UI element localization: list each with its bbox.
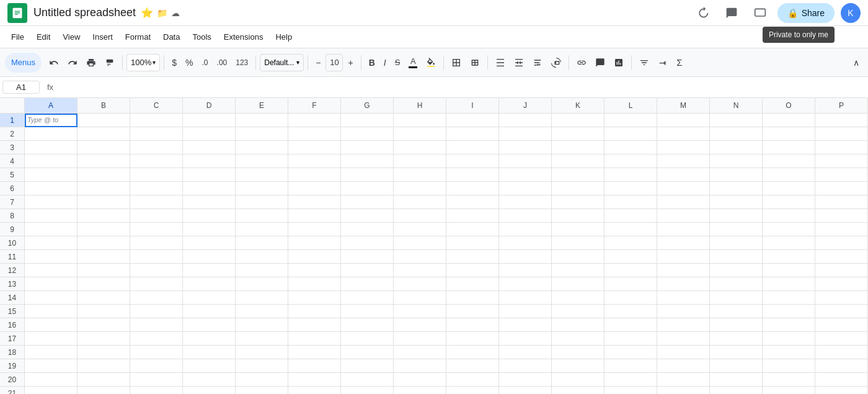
cloud-icon[interactable]: ☁ (171, 8, 180, 18)
format-123-button[interactable]: 123 (232, 53, 252, 73)
col-header-n[interactable]: N (710, 98, 763, 113)
row-num-19[interactable]: 19 (0, 359, 24, 373)
row-num-14[interactable]: 14 (0, 291, 24, 305)
cell-a1[interactable]: Type @ to insert (25, 114, 78, 127)
row-num-2[interactable]: 2 (0, 127, 24, 141)
menus-button[interactable]: Menus (5, 53, 42, 73)
toolbar-collapse-button[interactable]: ∧ (849, 53, 863, 73)
comments-button[interactable] (720, 2, 743, 24)
share-button[interactable]: 🔒 Share Private to only me (777, 3, 835, 23)
filter-button[interactable] (636, 53, 653, 73)
row-num-10[interactable]: 10 (0, 236, 24, 250)
bold-button[interactable]: B (365, 53, 379, 73)
col-header-f[interactable]: F (288, 98, 341, 113)
cell-j1[interactable] (499, 114, 552, 127)
cell-o1[interactable] (763, 114, 815, 127)
row-num-20[interactable]: 20 (0, 373, 24, 387)
row-num-1[interactable]: 1 (0, 114, 24, 127)
col-header-b[interactable]: B (78, 98, 130, 113)
row-num-15[interactable]: 15 (0, 305, 24, 318)
doc-title[interactable]: Untitled spreadsheet (33, 6, 136, 19)
cell-h1[interactable] (394, 114, 446, 127)
col-header-m[interactable]: M (657, 98, 710, 113)
row-num-3[interactable]: 3 (0, 141, 24, 154)
link-button[interactable] (573, 53, 590, 73)
chart-button[interactable] (610, 53, 627, 73)
font-size-minus-button[interactable]: − (312, 53, 324, 73)
row-num-16[interactable]: 16 (0, 318, 24, 332)
cell-ref-input[interactable] (2, 81, 40, 94)
cell-g1[interactable] (341, 114, 394, 127)
menu-data[interactable]: Data (157, 30, 186, 44)
row-num-9[interactable]: 9 (0, 223, 24, 236)
col-header-a[interactable]: A (25, 98, 78, 113)
folder-icon[interactable]: 📁 (157, 8, 167, 18)
formula-input[interactable] (58, 83, 866, 92)
menu-edit[interactable]: Edit (30, 30, 56, 44)
screenshare-button[interactable] (749, 2, 771, 24)
col-header-e[interactable]: E (236, 98, 288, 113)
menu-format[interactable]: Format (119, 30, 157, 44)
row-num-12[interactable]: 12 (0, 264, 24, 277)
col-header-d[interactable]: D (183, 98, 236, 113)
col-header-h[interactable]: H (394, 98, 446, 113)
font-size-plus-button[interactable]: + (344, 53, 356, 73)
font-family-select[interactable]: Default... ▾ (260, 54, 304, 71)
comment-button[interactable] (591, 53, 609, 73)
row-num-8[interactable]: 8 (0, 209, 24, 223)
row-num-17[interactable]: 17 (0, 332, 24, 346)
cell-p1[interactable] (815, 114, 868, 127)
col-header-g[interactable]: G (341, 98, 394, 113)
paint-format-button[interactable] (101, 53, 118, 73)
menu-tools[interactable]: Tools (186, 30, 217, 44)
row-num-4[interactable]: 4 (0, 154, 24, 168)
menu-insert[interactable]: Insert (86, 30, 119, 44)
row-num-6[interactable]: 6 (0, 182, 24, 195)
col-header-j[interactable]: J (499, 98, 552, 113)
star-icon[interactable]: ⭐ (141, 7, 153, 19)
cell-n1[interactable] (710, 114, 763, 127)
italic-button[interactable]: I (380, 53, 390, 73)
cell-k1[interactable] (552, 114, 604, 127)
halign-button[interactable] (492, 53, 509, 73)
decimal-dec-button[interactable]: .0 (198, 53, 212, 73)
cell-l1[interactable] (604, 114, 657, 127)
cell-d1[interactable] (183, 114, 236, 127)
fill-color-button[interactable] (422, 53, 440, 73)
row-num-21[interactable]: 21 (0, 387, 24, 394)
menu-extensions[interactable]: Extensions (218, 30, 270, 44)
wrap-button[interactable] (529, 53, 546, 73)
row-num-18[interactable]: 18 (0, 346, 24, 359)
rotate-button[interactable] (547, 53, 565, 73)
redo-button[interactable] (64, 53, 81, 73)
currency-button[interactable]: $ (168, 53, 180, 73)
menu-file[interactable]: File (5, 30, 30, 44)
font-size-input[interactable]: 10 (326, 54, 343, 71)
strikethrough-button[interactable]: S (391, 53, 404, 73)
avatar[interactable]: K (841, 3, 861, 23)
merge-button[interactable] (466, 53, 484, 73)
undo-button[interactable] (45, 53, 63, 73)
cell-a2[interactable] (25, 127, 78, 141)
history-button[interactable] (692, 2, 714, 24)
percent-button[interactable]: % (182, 53, 197, 73)
row-num-7[interactable]: 7 (0, 195, 24, 209)
cell-f1[interactable] (288, 114, 341, 127)
col-header-i[interactable]: I (446, 98, 499, 113)
col-header-o[interactable]: O (763, 98, 815, 113)
col-header-c[interactable]: C (130, 98, 183, 113)
col-header-k[interactable]: K (552, 98, 604, 113)
print-button[interactable] (82, 53, 100, 73)
valign-button[interactable] (510, 53, 528, 73)
cell-i1[interactable] (446, 114, 499, 127)
menu-view[interactable]: View (56, 30, 86, 44)
text-color-button[interactable]: A (405, 53, 421, 73)
cell-e1[interactable] (236, 114, 288, 127)
row-num-11[interactable]: 11 (0, 250, 24, 264)
row-num-5[interactable]: 5 (0, 168, 24, 182)
col-header-p[interactable]: P (815, 98, 868, 113)
decimal-inc-button[interactable]: .00 (213, 53, 231, 73)
cell-c1[interactable] (130, 114, 183, 127)
borders-button[interactable] (448, 53, 465, 73)
sigma-button[interactable]: Σ (673, 53, 686, 73)
